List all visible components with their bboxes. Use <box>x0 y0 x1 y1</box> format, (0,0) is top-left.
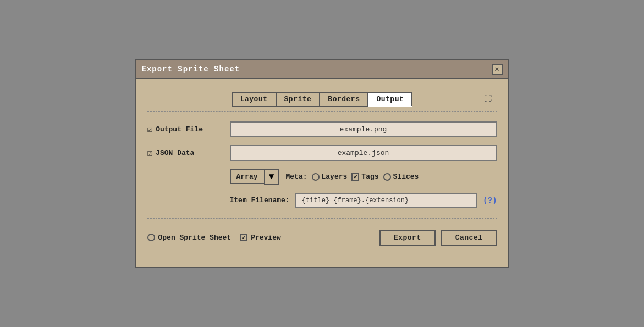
output-file-input[interactable] <box>230 121 497 137</box>
meta-tags-label: Tags <box>361 173 378 181</box>
help-icon[interactable]: (?) <box>483 196 497 205</box>
tab-row: Layout Sprite Borders Output ⛶ <box>147 87 497 112</box>
cancel-button[interactable]: Cancel <box>441 230 497 246</box>
title-bar: Export Sprite Sheet ✕ <box>136 60 508 79</box>
filename-row: Item Filename: (?) <box>147 193 497 208</box>
meta-group: Meta: Layers ✔ Tags Slices <box>286 173 419 181</box>
tab-borders[interactable]: Borders <box>320 92 368 107</box>
open-sprite-sheet-item: Open Sprite Sheet <box>147 234 232 242</box>
tabs-group: Layout Sprite Borders Output <box>232 92 413 107</box>
array-dropdown[interactable]: Array Hash <box>230 169 264 184</box>
json-data-input[interactable] <box>230 145 497 161</box>
preview-item: ✔ Preview <box>240 234 281 242</box>
export-button[interactable]: Export <box>379 230 436 246</box>
divider <box>147 218 497 219</box>
close-icon: ✕ <box>494 64 499 74</box>
tab-sprite[interactable]: Sprite <box>277 92 321 107</box>
open-sprite-sheet-label: Open Sprite Sheet <box>158 234 232 242</box>
meta-slices-item: Slices <box>383 173 419 181</box>
preview-checkbox[interactable]: ✔ <box>240 234 247 241</box>
meta-tags-checkbox[interactable]: ✔ <box>351 173 359 181</box>
meta-layers-label: Layers <box>322 173 348 181</box>
tab-layout[interactable]: Layout <box>232 92 277 107</box>
meta-layers-radio[interactable] <box>312 173 320 181</box>
bottom-row: Open Sprite Sheet ✔ Preview Export Cance… <box>147 224 497 248</box>
meta-tags-item: ✔ Tags <box>351 173 378 181</box>
meta-layers-item: Layers <box>312 173 348 181</box>
expand-icon: ⛶ <box>484 95 492 103</box>
filename-input[interactable] <box>295 193 478 208</box>
output-file-row: ☑ Output File <box>147 121 497 137</box>
json-data-row: ☑ JSON Data <box>147 145 497 161</box>
dialog-title: Export Sprite Sheet <box>142 65 240 74</box>
bottom-buttons: Export Cancel <box>379 230 497 246</box>
meta-slices-label: Slices <box>393 173 419 181</box>
meta-slices-radio[interactable] <box>383 173 391 181</box>
export-dialog: Export Sprite Sheet ✕ Layout Sprite Bord… <box>135 59 509 268</box>
array-meta-row: Array Hash ▼ Meta: Layers ✔ Tags Slices <box>147 169 497 185</box>
open-sprite-sheet-checkbox[interactable] <box>147 234 155 241</box>
preview-label: Preview <box>251 234 281 242</box>
tab-output[interactable]: Output <box>368 92 412 107</box>
array-dropdown-group: Array Hash ▼ <box>230 169 279 185</box>
filename-label: Item Filename: <box>230 196 290 204</box>
json-data-checkbox[interactable]: ☑ <box>147 147 153 158</box>
output-file-checkbox[interactable]: ☑ <box>147 124 153 135</box>
dialog-body: Layout Sprite Borders Output ⛶ ☑ Output … <box>136 79 508 256</box>
meta-label: Meta: <box>286 173 307 181</box>
output-file-label: ☑ Output File <box>147 124 230 135</box>
json-data-label: ☑ JSON Data <box>147 147 230 158</box>
close-button[interactable]: ✕ <box>492 64 503 75</box>
dropdown-arrow-icon[interactable]: ▼ <box>264 169 279 185</box>
